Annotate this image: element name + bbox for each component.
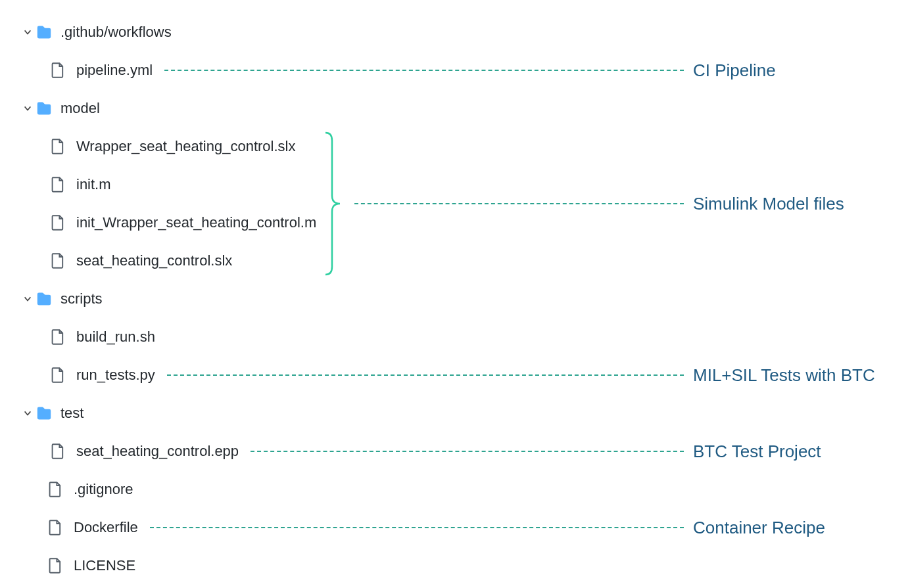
- connector-line: [251, 451, 684, 452]
- file-name: Wrapper_seat_heating_control.slx: [76, 138, 295, 155]
- file-name: .gitignore: [74, 481, 133, 498]
- file-icon: [51, 177, 70, 192]
- chevron-down-icon: [20, 28, 36, 37]
- file-row-init-wrapper-m[interactable]: init_Wrapper_seat_heating_control.m: [20, 204, 316, 242]
- file-row-seat-epp[interactable]: seat_heating_control.epp BTC Test Projec…: [20, 432, 890, 470]
- folder-icon: [36, 101, 54, 116]
- file-name: seat_heating_control.slx: [76, 252, 232, 269]
- connector-line: [167, 374, 684, 376]
- file-name: init_Wrapper_seat_heating_control.m: [76, 214, 316, 231]
- file-row-run-tests-py[interactable]: run_tests.py MIL+SIL Tests with BTC: [20, 356, 890, 394]
- file-name: Dockerfile: [74, 519, 138, 536]
- folder-name: scripts: [60, 290, 103, 307]
- file-icon: [49, 482, 67, 497]
- folder-icon: [36, 292, 54, 306]
- file-name: pipeline.yml: [76, 62, 153, 79]
- connector-line: [150, 527, 684, 528]
- bracket-icon: [323, 127, 343, 280]
- annotation-btc-test-project: BTC Test Project: [693, 441, 890, 462]
- folder-name: .github/workflows: [60, 24, 172, 41]
- file-row-dockerfile[interactable]: Dockerfile Container Recipe: [20, 509, 890, 547]
- folder-row-test[interactable]: test: [20, 394, 890, 432]
- file-icon: [51, 215, 70, 231]
- chevron-down-icon: [20, 409, 36, 418]
- file-row-license[interactable]: LICENSE: [20, 547, 890, 585]
- file-name: init.m: [76, 176, 111, 193]
- folder-row-github-workflows[interactable]: .github/workflows: [20, 13, 890, 51]
- file-row-pipeline-yml[interactable]: pipeline.yml CI Pipeline: [20, 51, 890, 89]
- file-icon: [51, 329, 70, 345]
- connector-line: [164, 70, 684, 71]
- file-row-init-m[interactable]: init.m: [20, 166, 316, 204]
- annotation-mil-sil-tests: MIL+SIL Tests with BTC: [693, 365, 890, 386]
- model-files-group: Wrapper_seat_heating_control.slx init.m …: [20, 127, 890, 280]
- connector-line: [354, 203, 684, 204]
- file-row-build-run-sh[interactable]: build_run.sh: [20, 318, 890, 356]
- chevron-down-icon: [20, 294, 36, 304]
- annotation-simulink-model: Simulink Model files: [693, 194, 890, 214]
- file-icon: [51, 139, 70, 154]
- chevron-down-icon: [20, 104, 36, 113]
- file-name: build_run.sh: [76, 328, 155, 346]
- folder-row-model[interactable]: model: [20, 89, 890, 127]
- file-row-wrapper-slx[interactable]: Wrapper_seat_heating_control.slx: [20, 127, 316, 166]
- annotation-container-recipe: Container Recipe: [693, 518, 890, 538]
- folder-icon: [36, 25, 54, 39]
- folder-name: test: [60, 405, 84, 422]
- file-icon: [51, 62, 70, 78]
- file-tree: .github/workflows pipeline.yml CI Pipeli…: [20, 13, 890, 585]
- folder-row-scripts[interactable]: scripts: [20, 280, 890, 318]
- folder-name: model: [60, 100, 100, 117]
- folder-icon: [36, 406, 54, 420]
- file-icon: [49, 520, 67, 535]
- file-row-gitignore[interactable]: .gitignore: [20, 470, 890, 509]
- file-name: LICENSE: [74, 557, 135, 574]
- file-icon: [51, 443, 70, 459]
- file-row-seat-slx[interactable]: seat_heating_control.slx: [20, 242, 316, 280]
- file-name: run_tests.py: [76, 367, 155, 384]
- file-icon: [49, 558, 67, 574]
- file-icon: [51, 367, 70, 383]
- annotation-ci-pipeline: CI Pipeline: [693, 60, 890, 81]
- file-name: seat_heating_control.epp: [76, 443, 239, 460]
- file-icon: [51, 253, 70, 269]
